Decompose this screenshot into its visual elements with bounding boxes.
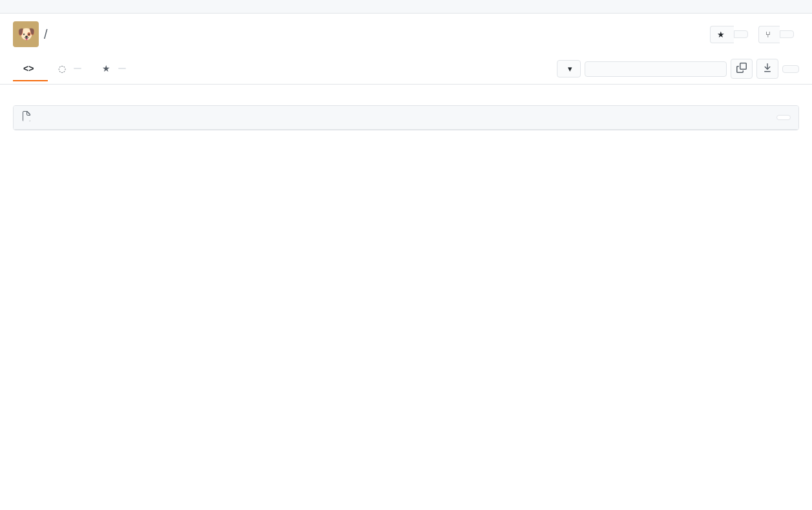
stars-badge [118,68,126,69]
embed-button[interactable]: ▾ [557,60,581,77]
copy-button[interactable] [731,59,753,79]
fork-button[interactable]: ⑂ [758,26,780,43]
revisions-badge [74,68,81,69]
stars-tab-icon: ★ [102,63,110,74]
download-icon-button[interactable] [756,59,778,79]
tabs-bar: <> ◌ ★ ▾ [0,54,812,85]
fork-count [780,30,794,38]
star-button[interactable]: ★ [710,26,734,43]
tab-code[interactable]: <> [13,57,48,81]
tab-revisions[interactable]: ◌ [48,57,92,81]
copy-icon [736,63,747,75]
embed-input[interactable] [585,61,727,77]
file-icon [21,111,32,124]
fork-group: ⑂ [758,26,794,43]
tab-stars[interactable]: ★ [92,57,136,81]
separator: / [44,27,48,41]
file-header [14,106,798,130]
star-group: ★ [710,26,748,43]
chevron-down-icon: ▾ [568,64,572,74]
download-icon [762,63,773,75]
revisions-icon: ◌ [58,63,66,74]
avatar: 🐶 [13,21,39,47]
top-banner [0,0,812,14]
code-icon: <> [23,63,34,74]
star-icon: ★ [717,30,725,39]
download-zip-button[interactable] [782,65,799,73]
file-box [13,105,799,130]
star-count [734,30,748,38]
fork-icon: ⑂ [765,30,771,39]
raw-button[interactable] [776,115,791,120]
